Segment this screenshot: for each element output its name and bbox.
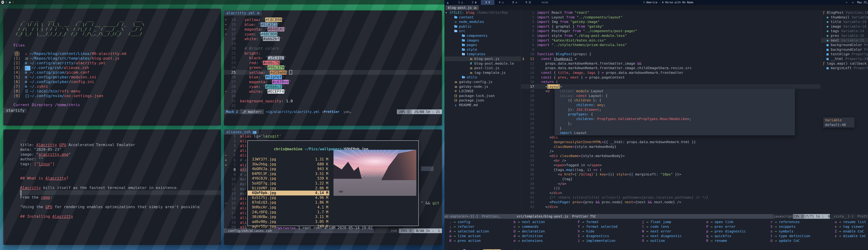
startify-entry[interactable]: [9] {}~/.config/nvim/coc-settings.json	[13, 93, 221, 98]
tree-item[interactable]: public	[444, 24, 521, 29]
vista-item[interactable]: ◆ thumbnail Variable:11	[821, 15, 868, 20]
yaml-line[interactable]: 19	[224, 41, 442, 46]
code-line[interactable]: 31 />	[521, 149, 820, 154]
startify-entry[interactable]: [3] ❯_~/.config/zsh/aliases.zsh	[13, 65, 221, 70]
tree-item[interactable]: pages	[444, 43, 521, 47]
startify-entry[interactable]: [0] ↓~/Repos/blog/content/Linux/06-alacr…	[13, 51, 221, 56]
vista-item[interactable]: ◆ title Variable:14	[821, 20, 868, 24]
startify-entry[interactable]: [8] ☰~/.local/bin/rofi-menu	[13, 89, 221, 93]
tree-item[interactable]: images	[444, 38, 521, 43]
markdown-line[interactable]: date: "2020-05-23"	[20, 147, 221, 152]
tree-item[interactable]: ◇node_modules	[444, 20, 521, 24]
workspace-4[interactable]: 4 ▢	[494, 0, 508, 5]
volume-icon[interactable]: ◁	[852, 0, 853, 5]
tree-item[interactable]: JSgatsby-node.js	[444, 84, 521, 89]
markdown-line[interactable]	[20, 210, 221, 214]
code-line[interactable]: 34 <span>Tagged in </span>	[521, 163, 820, 167]
markdown-line[interactable]	[20, 200, 221, 205]
tree-item[interactable]: #blog-post.module.le	[444, 61, 521, 66]
picker-file-row[interactable]: 9hMxcHr.jpg4.1 M	[248, 205, 329, 210]
yaml-line[interactable]: 20 # Bright colors	[224, 46, 442, 51]
code-line[interactable]: 35 {tags.map((tag, i) => (	[521, 167, 820, 172]
vista-item[interactable]: ◆ image Variable:14	[821, 24, 868, 29]
markdown-line[interactable]: ## What is Alacritty?	[20, 176, 221, 181]
picker-file-row[interactable]: 6zS17Sj.jpg4.96 M	[248, 195, 329, 200]
vista-item[interactable]: ƒ tags.map() callback Functi	[821, 61, 868, 66]
code-line[interactable]: 8import "../style/themes/prism-darcula.l…	[521, 43, 820, 47]
vista-item[interactable]: ■ marginLeft Property:36	[821, 66, 868, 71]
workspace-2[interactable]: 2 ☎	[467, 0, 481, 5]
picker-file-row[interactable]: 04PDl3F.jpg3.51 M	[248, 171, 329, 176]
yaml-line[interactable]: 27 magenta: "#c678dd"	[224, 80, 442, 84]
vista-item[interactable]: ◆ next Variable:15	[821, 38, 868, 43]
markdown-line[interactable]: ---	[20, 166, 221, 171]
markdown-line[interactable]: From the repo:	[20, 195, 221, 200]
workspace-3[interactable]: 3 V	[481, 0, 494, 5]
code-line[interactable]: 42 <PostPager prev={prev && prev.node} n…	[521, 200, 820, 204]
tree-item[interactable]: ↓README.md	[444, 103, 521, 107]
workspace-8[interactable]: 8 ✉	[508, 0, 522, 5]
tree-item[interactable]: JSpost-list.js	[444, 66, 521, 71]
startify-entry[interactable]: [4] ⚙~/.config/picom/picom.conf	[13, 70, 221, 75]
tree-item[interactable]: src	[444, 29, 521, 33]
picker-file-row[interactable]: 4Y6C0JV.jpg539 K	[248, 176, 329, 181]
picker-file-row[interactable]: 07nEzQ3.jpg1.86 M	[248, 200, 329, 205]
yaml-line[interactable]: 31background_opacity: 1.0	[224, 99, 442, 104]
code-line[interactable]: 43 </div>	[521, 204, 820, 209]
startify-entry[interactable]: [5] ⚙~/.config/polybar/modules.ini	[13, 75, 221, 79]
vista-item[interactable]: ■ backgroundColor Property:20	[821, 43, 868, 47]
yaml-line[interactable]: 23 red: "#e06c75"	[224, 60, 442, 65]
vista-item[interactable]: ■ textAlign Property:25	[821, 52, 868, 56]
code-line[interactable]: 38 </a>	[521, 182, 820, 186]
code-line[interactable]: 1import React from "react"	[521, 10, 820, 15]
code-line[interactable]: 5import PostPager from "../components/po…	[521, 29, 820, 33]
code-line[interactable]: 16 return (	[521, 80, 820, 84]
markdown-line[interactable]: ---	[20, 138, 221, 142]
code-line[interactable]: 15 const { prev, next } = props.pageCont…	[521, 75, 820, 80]
tree-item[interactable]: ©LICENSE	[444, 89, 521, 93]
picker-file-row[interactable]: 3JWY37f.jpg1.31 M	[248, 157, 329, 162]
picker-file-row[interactable]: 24LrDFQ.jpg1.7 M	[248, 210, 329, 215]
code-line[interactable]: 3import Img from "gatsby-image"	[521, 20, 820, 24]
yaml-line[interactable]: 25 yellow: "#d19a66"	[224, 70, 442, 75]
markdown-line[interactable]: author: ""	[20, 157, 221, 162]
markdown-line[interactable]: ## Installing Alacritty	[20, 214, 221, 219]
yaml-line[interactable]: 18 white: "#abb2bf"	[224, 36, 442, 41]
vista-item[interactable]: ■ backgroundColor Property:23	[821, 47, 868, 52]
tree-item[interactable]: components	[444, 33, 521, 38]
explorer-root[interactable]: ▾ [FILE]: blog /home/chris/Rep	[444, 10, 521, 15]
code-line[interactable]: 17 <Layout>	[521, 84, 820, 89]
alert-icon[interactable]: !	[12, 1, 14, 4]
startify-entry[interactable]: [7] ⚙~/.zshrc	[13, 84, 221, 89]
markdown-line[interactable]: title: Alacritty GPU Accelerated Termina…	[20, 142, 221, 147]
markdown-line[interactable]	[20, 181, 221, 186]
code-line[interactable]: 4import { graphql } from "gatsby"	[521, 24, 820, 29]
tab-blog-post[interactable]: blog-post.js JS	[445, 5, 479, 10]
startify-entry[interactable]: [1] JS~/Repos/blog/src/templates/blog-po…	[13, 56, 221, 61]
code-line[interactable]: 32 <div className={style.markdownBody}>	[521, 154, 820, 158]
picker-file-row[interactable]: 5oXQT7g.jpg1.22 M	[248, 181, 329, 186]
tree-item[interactable]: {}package-lock.json	[444, 93, 521, 98]
startify-entry[interactable]: [6] ⚙~/.config/polybar/config.ini	[13, 79, 221, 84]
yaml-line[interactable]: ~15 blue: "#81A1C1"	[224, 22, 442, 27]
markdown-line[interactable]	[20, 171, 221, 176]
yaml-buffer[interactable]: ~14 yellow: "#EBCB8B"~15 blue: "#81A1C1"…	[224, 10, 442, 113]
yaml-line[interactable]: 28 cyan: "#56b6c2"	[224, 84, 442, 89]
code-line[interactable]: 13 props.data.markdownRemark.frontmatter…	[521, 66, 820, 71]
yaml-line[interactable]: ~17 cyan: "#88C0D0"	[224, 32, 442, 37]
yaml-line[interactable]: 24 green: "#98c379"	[224, 65, 442, 70]
markdown-line[interactable]: image: "alacritty.png"	[20, 152, 221, 157]
vista-item[interactable]: ◆ tags Variable:14	[821, 29, 868, 33]
yaml-line[interactable]: 32	[224, 103, 442, 108]
picker-file-row[interactable]: 6iibVNY.jpg2.06 M	[248, 186, 329, 191]
code-line[interactable]: 29 dangerouslySetInnerHTML={{ __html: pr…	[521, 140, 820, 144]
arch-launcher-icon[interactable]: ▲	[447, 0, 448, 5]
code-line[interactable]: 10function BlogPost(props) {	[521, 52, 820, 56]
display-icon[interactable]: ▣	[9, 1, 10, 4]
vista-item[interactable]: ƒ BlogPost Function:10	[821, 10, 868, 15]
code-line[interactable]: 28 <div	[521, 135, 820, 140]
code-line[interactable]: 33 <br />	[521, 158, 820, 163]
picker-file-row[interactable]: 3UwJhbg.jpg680 K	[248, 162, 329, 167]
tree-item[interactable]: JStag-template.js	[444, 71, 521, 75]
code-line[interactable]: 9	[521, 47, 820, 52]
